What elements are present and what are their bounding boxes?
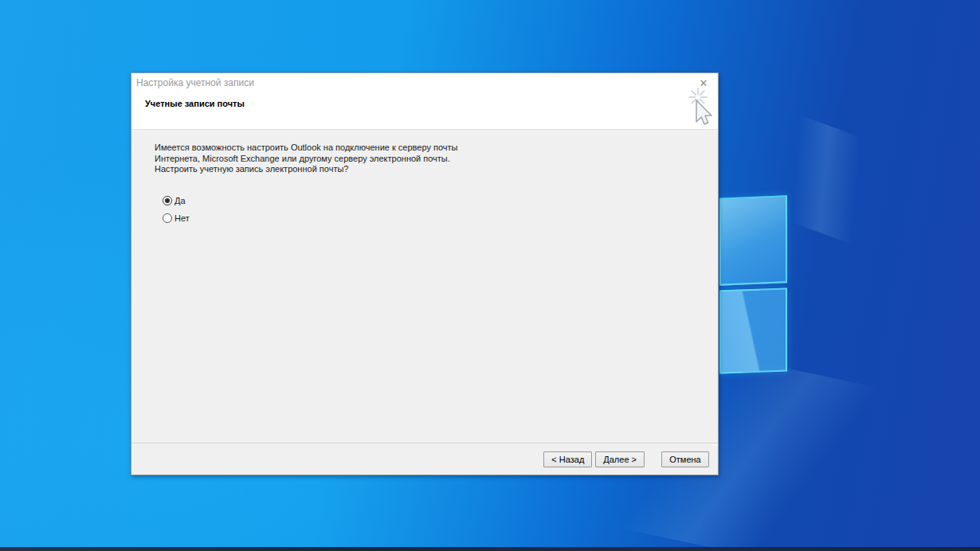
back-button[interactable]: < Назад	[543, 451, 592, 467]
dialog-titlebar[interactable]: Настройка учетной записи ✕	[131, 73, 718, 92]
radio-button-yes-icon[interactable]	[163, 196, 172, 205]
dialog-title: Настройка учетной записи	[136, 77, 254, 88]
dialog-body-text-line: Имеется возможность настроить Outlook на…	[155, 143, 457, 154]
account-setup-dialog: Настройка учетной записи ✕ Учетные запис…	[131, 72, 719, 475]
next-button[interactable]: Далее >	[595, 451, 645, 467]
cancel-button[interactable]: Отмена	[661, 451, 709, 467]
radio-label-no: Нет	[174, 213, 190, 223]
radio-option-no[interactable]: Нет	[163, 213, 190, 223]
radio-option-yes[interactable]: Да	[163, 196, 186, 205]
radio-button-no-icon[interactable]	[163, 213, 172, 223]
windows-logo-pane-bottom	[719, 288, 787, 374]
dialog-footer: < Назад Далее > Отмена	[131, 443, 718, 475]
dialog-body-text-line: Настроить учетную запись электронной поч…	[155, 164, 457, 175]
dialog-body-text-line: Интернета, Microsoft Exchange или другом…	[155, 154, 457, 165]
dialog-body-text: Имеется возможность настроить Outlook на…	[155, 143, 457, 175]
windows-logo-pane-top	[719, 195, 787, 286]
dialog-body: Имеется возможность настроить Outlook на…	[131, 129, 718, 443]
page-title: Учетные записи почты	[145, 99, 245, 108]
taskbar[interactable]	[0, 547, 980, 551]
busy-cursor-icon	[687, 88, 715, 127]
wizard-header: Учетные записи почты	[131, 92, 718, 129]
radio-label-yes: Да	[174, 196, 186, 205]
